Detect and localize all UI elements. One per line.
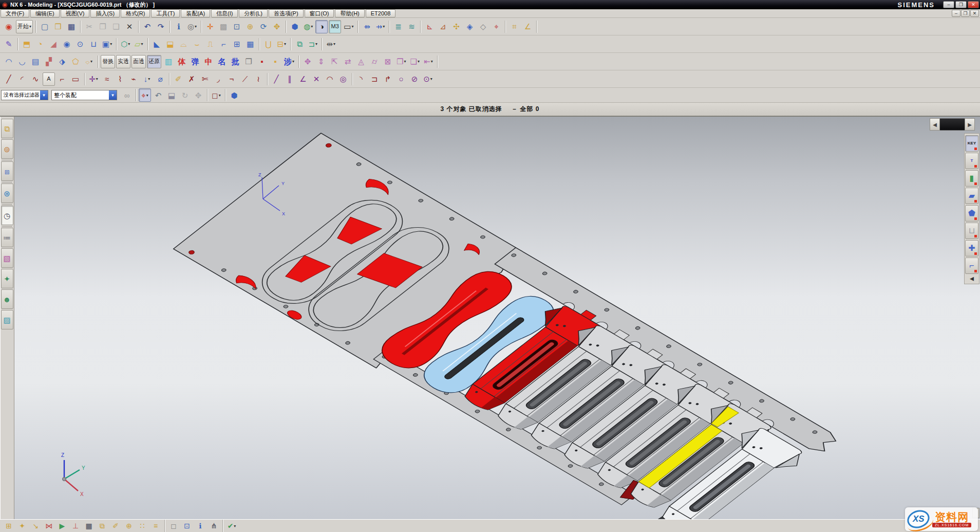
layer-settings[interactable]: ≣ (392, 20, 404, 33)
studio-spline[interactable]: ∿ (29, 72, 42, 86)
history-tab[interactable]: ◷ (1, 206, 13, 225)
constraint-navigator-tab[interactable]: ⊚ (1, 139, 13, 159)
gold-solid-display[interactable]: ▪ (269, 55, 281, 68)
edit-feature-dimension[interactable]: ⇹▾ (325, 38, 337, 51)
block[interactable]: ▣▾ (101, 38, 114, 51)
edit-parallel[interactable]: ∥ (284, 72, 296, 86)
fillet-curve[interactable]: ◞ (212, 72, 224, 86)
verify-assembly-dropdown[interactable]: ▾ (234, 524, 236, 528)
unite[interactable]: ⋃ (262, 38, 274, 51)
menu-insert[interactable]: 插入(S) (90, 9, 120, 17)
bounded-plane-dropdown[interactable]: ▾ (90, 59, 92, 64)
linear-dimension-face[interactable]: ⇤▾ (422, 55, 435, 68)
child-restore-button[interactable]: ❐ (961, 10, 970, 17)
datum-csys[interactable]: ✣ (450, 20, 462, 33)
snap-point-dropdown[interactable]: ▾ (146, 93, 148, 98)
section-surface[interactable]: ⬗ (56, 55, 68, 68)
ruled-surface[interactable]: ◠ (3, 55, 15, 68)
resize-blend[interactable]: ◬ (355, 55, 367, 68)
spring-tool[interactable]: 弹 (189, 55, 201, 68)
edit-line[interactable]: ╱ (270, 72, 282, 86)
project-curve-dropdown[interactable]: ▾ (148, 77, 150, 81)
extrude[interactable]: ⬒ (21, 38, 33, 51)
text-curve[interactable]: A (43, 72, 55, 86)
simplify-curve[interactable]: ⌁ (127, 72, 140, 86)
scroll-bar[interactable] (940, 118, 965, 131)
assembly-constraints[interactable]: ⊥ (69, 520, 82, 531)
create-new-component[interactable]: ✦ (16, 520, 28, 531)
red-solid-display[interactable]: ▪ (256, 55, 268, 68)
find-component-dropdown[interactable]: ▾ (195, 24, 197, 29)
interference-check-dropdown[interactable]: ▾ (292, 59, 294, 64)
menu-et2008[interactable]: ET2008 (366, 9, 396, 17)
boss[interactable]: ⊙ (74, 38, 86, 51)
pan-view[interactable]: ✥ (271, 20, 283, 33)
rotate-point[interactable]: ↻ (179, 88, 191, 102)
cut[interactable]: ✂ (83, 20, 96, 33)
joggle[interactable]: ⌐ (217, 38, 230, 51)
scroll-left-button[interactable]: ◀ (930, 118, 940, 131)
bend[interactable]: ⌓ (177, 38, 190, 51)
layer-visible-in-view[interactable]: ≋ (405, 20, 418, 33)
instance-geometry[interactable]: ⧉ (293, 38, 306, 51)
body-display[interactable]: 体 (176, 55, 188, 68)
paste[interactable]: ❏ (110, 20, 122, 33)
wave-geometry-linker[interactable]: ⧉ (96, 520, 108, 531)
datum-plane[interactable]: ▱▾ (133, 38, 145, 51)
offset-face-dropdown[interactable]: ▾ (315, 42, 317, 46)
direction-curve[interactable]: ↱ (382, 72, 394, 86)
sketch[interactable]: ✎ (3, 38, 15, 51)
menu-edit[interactable]: 编辑(E) (30, 9, 60, 17)
start-menu[interactable]: 开始▾ (16, 20, 33, 33)
drafted-extrude[interactable]: ◢ (47, 38, 60, 51)
edit-feature-dimension-dropdown[interactable]: ▾ (333, 42, 335, 46)
menu-window[interactable]: 窗口(O) (305, 9, 334, 17)
graphics-window[interactable]: Z Y X Z Y X ⧉⊚⧈⊛◷≔▧✦☻▨ ◀ ▶ KEYT▮▰⬟⊔✚⌐◂ (0, 116, 980, 519)
paste-face-dropdown[interactable]: ▾ (418, 59, 420, 64)
solid-translucency-button[interactable]: 实透 (116, 55, 130, 68)
corner-curve[interactable]: ⌐ (56, 72, 68, 86)
edit-arc[interactable]: ◠ (324, 72, 336, 86)
wcs-dynamics[interactable]: ⊾ (423, 20, 436, 33)
project-curve[interactable]: ↓▾ (141, 72, 153, 86)
copy[interactable]: ❐ (97, 20, 109, 33)
replace-component[interactable]: ▶ (56, 520, 68, 531)
shaded-view[interactable]: ⬢ (289, 20, 301, 33)
replace-button[interactable]: 替换 (101, 55, 115, 68)
face-display[interactable]: ▥ (162, 55, 175, 68)
chevron-down-icon[interactable]: ▼ (40, 90, 48, 100)
menu-assemblies[interactable]: 装配(A) (181, 9, 210, 17)
menu-view[interactable]: 视图(V) (61, 9, 90, 17)
paste-face[interactable]: ❏▾ (408, 55, 421, 68)
restore-button[interactable]: 还原 (147, 55, 161, 68)
component-pattern[interactable]: ∷ (136, 520, 148, 531)
display-mode[interactable]: ▭▾ (342, 20, 355, 33)
reference-set[interactable]: ◻ (167, 520, 180, 531)
menu-preferences[interactable]: 首选项(P) (269, 9, 304, 17)
rendering-style-dropdown[interactable]: ▾ (311, 24, 313, 29)
interference-check[interactable]: 涉▾ (282, 55, 296, 68)
scroll-right-button[interactable]: ▶ (965, 118, 975, 131)
stretch-curve[interactable]: ⟋ (239, 72, 251, 86)
move-component[interactable]: ↘ (29, 520, 42, 531)
part-navigator-tab[interactable]: ⧈ (1, 161, 13, 181)
face-translucency-button[interactable]: 面透 (131, 55, 146, 68)
rendering-style[interactable]: ◍▾ (302, 20, 314, 33)
palette-key-part[interactable]: KEY (965, 135, 978, 152)
move-copy-object-dropdown[interactable]: ▾ (383, 24, 385, 29)
minimize-button[interactable]: – (943, 1, 954, 8)
redo[interactable]: ↷ (155, 20, 167, 33)
palette-plate-part[interactable]: ▰ (965, 188, 978, 204)
hole[interactable]: ◉ (61, 38, 73, 51)
component-info[interactable]: ℹ (194, 520, 206, 531)
palette-elbow-part[interactable]: ⌐ (965, 258, 978, 274)
pull-face[interactable]: ⇕ (315, 55, 327, 68)
offset-curve[interactable]: ≈ (101, 72, 113, 86)
remember-constraints[interactable]: ▦ (83, 520, 95, 531)
copy-position[interactable]: ❐ (242, 55, 255, 68)
visual-reports-tab[interactable]: ▧ (1, 248, 13, 268)
circle-center-point[interactable]: ⊙▾ (422, 72, 434, 86)
system-materials-tab[interactable]: ≔ (1, 228, 13, 247)
circle-center-point-dropdown[interactable]: ▾ (430, 77, 432, 81)
arrangements[interactable]: ≡ (149, 520, 162, 531)
